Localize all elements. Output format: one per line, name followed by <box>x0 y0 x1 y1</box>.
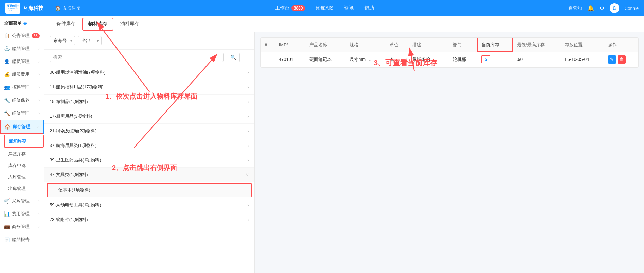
business-label: 商务管理 <box>12 224 30 230</box>
crew-cost-label: 船员费用 <box>12 71 30 78</box>
col-header-spec: 规格 <box>345 38 386 52</box>
category-select[interactable]: 全部 类别1 <box>78 36 102 45</box>
category-arrow-11: › <box>247 84 249 90</box>
sidebar-item-announcement[interactable]: 📋 公告管理 58 <box>0 29 44 42</box>
inventory-arrow: › <box>37 124 39 129</box>
sidebar-item-business[interactable]: 💼 商务管理 › <box>0 220 44 233</box>
cell-storage-loc: L6-10-05-04 <box>561 52 604 67</box>
category-item-47[interactable]: 47-文具类(1项物料) ∨ <box>44 168 254 182</box>
add-menu-icon[interactable]: ⊕ <box>23 21 27 26</box>
category-item-37[interactable]: 37-航海用具类(1项物料) › <box>44 138 254 153</box>
help-nav[interactable]: 帮助 <box>364 5 374 11</box>
tab-fuel[interactable]: 油料库存 <box>113 17 146 32</box>
sidebar-title: 全部菜单 <box>4 20 22 27</box>
filter-button[interactable]: ≡ <box>243 52 249 62</box>
crew-label: 船员管理 <box>12 58 30 65</box>
sidebar-item-maintenance1[interactable]: 🔧 维修保养 › <box>0 94 44 107</box>
tab-parts[interactable]: 备件库存 <box>50 17 82 32</box>
recruit-label: 招聘管理 <box>12 84 30 90</box>
col-header-action: 操作 <box>604 38 638 52</box>
category-list: 06-船用燃油润滑油(7项物料) › 11-船员福利用品(17项物料) › 15… <box>44 65 254 273</box>
sub-category-notepad[interactable]: 记事本(1项物料) <box>47 183 252 197</box>
breadcrumb: 🏠 互海科技 <box>55 5 80 11</box>
cell-actions: ✎ 🗑 <box>604 52 638 67</box>
sidebar-item-crew[interactable]: 👤 船员管理 › <box>0 55 44 68</box>
sidebar-sub-ship-inventory[interactable]: 船舶库存 <box>4 135 44 148</box>
left-panel-search: 🔍 ≡ <box>44 50 254 65</box>
sidebar-item-expense[interactable]: 📊 费用管理 › <box>0 207 44 220</box>
ship-select-wrapper: 东海号 西海号 <box>50 36 75 45</box>
sidebar-item-maintenance2[interactable]: 🔨 维修管理 › <box>0 107 44 120</box>
tab-parts-label: 备件库存 <box>56 21 75 26</box>
procurement-arrow: › <box>38 199 40 203</box>
category-item-15[interactable]: 15-布制品(1项物料) › <box>44 95 254 109</box>
ship-ais-nav[interactable]: 船舶AIS <box>316 5 333 11</box>
business-arrow: › <box>38 224 40 229</box>
notification-icon[interactable]: 🔔 <box>587 5 594 12</box>
col-header-unit: 单位 <box>386 38 408 52</box>
ship-label: 船舶管理 <box>12 46 30 52</box>
news-nav[interactable]: 资讯 <box>344 5 354 11</box>
sidebar-item-procurement[interactable]: 🛒 采购管理 › <box>0 194 44 207</box>
delete-button[interactable]: 🗑 <box>618 55 626 64</box>
ship-icon: ⚓ <box>4 46 10 51</box>
announcement-label: 公告管理 <box>12 33 30 39</box>
category-label-15: 15-布制品(1项物料) <box>50 99 88 105</box>
table-row: 1 470101 硬面笔记本 尺寸mm … 本 带线条的… 轮机部 5 <box>261 52 638 67</box>
category-arrow-21: › <box>247 128 249 134</box>
procurement-icon: 🛒 <box>4 198 10 204</box>
edit-button[interactable]: ✎ <box>608 55 616 64</box>
business-icon: 💼 <box>4 224 10 229</box>
left-panel: 东海号 西海号 全部 类别1 <box>44 32 255 273</box>
expense-icon: 📊 <box>4 211 10 217</box>
category-arrow-15: › <box>247 99 249 104</box>
col-header-current-stock: 当前库存 <box>477 38 513 52</box>
maintenance1-icon: 🔧 <box>4 98 10 103</box>
category-item-11[interactable]: 11-船员福利用品(17项物料) › <box>44 80 254 95</box>
sidebar-sub-inventory-review[interactable]: 库存申览 <box>4 160 44 171</box>
ship-select[interactable]: 东海号 西海号 <box>50 36 75 45</box>
cell-current-stock: 5 <box>477 52 513 67</box>
sidebar-item-recruit[interactable]: 👥 招聘管理 › <box>0 81 44 94</box>
recruit-icon: 👥 <box>4 85 10 90</box>
category-label-47: 47-文具类(1项物料) <box>50 172 88 178</box>
category-select-wrapper: 全部 类别1 <box>78 36 102 45</box>
tab-material[interactable]: 物料库存 <box>82 18 113 31</box>
category-arrow-06: › <box>247 70 249 75</box>
breadcrumb-label: 互海科技 <box>63 5 80 11</box>
logo-area: 互海科技 OCEAN LINK TECH 互海科技 <box>5 3 50 14</box>
maintenance2-label: 维修管理 <box>12 110 30 116</box>
data-table: # IMP/ 产品名称 规格 单位 描述 部门 当前库存 最低/最高库存 存 <box>260 37 639 68</box>
category-label-21: 21-绳索及缆绳(2项物料) <box>50 128 97 134</box>
category-item-39[interactable]: 39-卫生医药品类(1项物料) › <box>44 153 254 168</box>
inventory-sub-menu: 船舶库存 岸基库存 库存申览 入库管理 出库管理 <box>0 135 44 194</box>
category-item-17[interactable]: 17-厨房用品(3项物料) › <box>44 109 254 124</box>
sidebar-sub-outbound[interactable]: 出库管理 <box>4 183 44 194</box>
category-item-21[interactable]: 21-绳索及缆绳(2项物料) › <box>44 124 254 138</box>
category-arrow-47: ∨ <box>246 172 249 177</box>
search-button[interactable]: 🔍 <box>227 53 240 62</box>
sidebar-item-inventory[interactable]: 🏠 库存管理 › <box>0 120 44 134</box>
category-arrow-17: › <box>247 114 249 119</box>
inventory-label: 库存管理 <box>13 124 30 130</box>
category-item-59[interactable]: 59-风动电动工具(1项物料) › <box>44 198 254 212</box>
category-item-06[interactable]: 06-船用燃油润滑油(7项物料) › <box>44 65 254 80</box>
category-label-39: 39-卫生医药品类(1项物料) <box>50 157 101 163</box>
sidebar-item-ship[interactable]: ⚓ 船舶管理 › <box>0 42 44 55</box>
help-label: 帮助 <box>364 5 374 11</box>
sidebar-item-crew-cost[interactable]: 💰 船员费用 › <box>0 68 44 81</box>
category-arrow-73: › <box>247 217 249 222</box>
search-input[interactable] <box>50 53 224 62</box>
category-label-59: 59-风动电动工具(1项物料) <box>50 202 101 208</box>
col-header-storage-loc: 存放位置 <box>561 38 604 52</box>
sidebar-item-ship-report[interactable]: 📄 船舶报告 <box>0 233 44 246</box>
cell-no: 1 <box>261 52 275 67</box>
workbench-nav[interactable]: 工作台 8830 <box>275 5 305 11</box>
ship-arrow: › <box>38 46 40 51</box>
sidebar-sub-inbound[interactable]: 入库管理 <box>4 171 44 183</box>
settings-icon[interactable]: ⚙ <box>600 5 604 12</box>
category-item-73[interactable]: 73-管附件(1项物料) › <box>44 212 254 227</box>
self-ship-label[interactable]: 自管船 <box>569 5 582 11</box>
sidebar-sub-shore-inventory[interactable]: 岸基库存 <box>4 148 44 160</box>
cell-desc: 带线条的… <box>408 52 449 67</box>
